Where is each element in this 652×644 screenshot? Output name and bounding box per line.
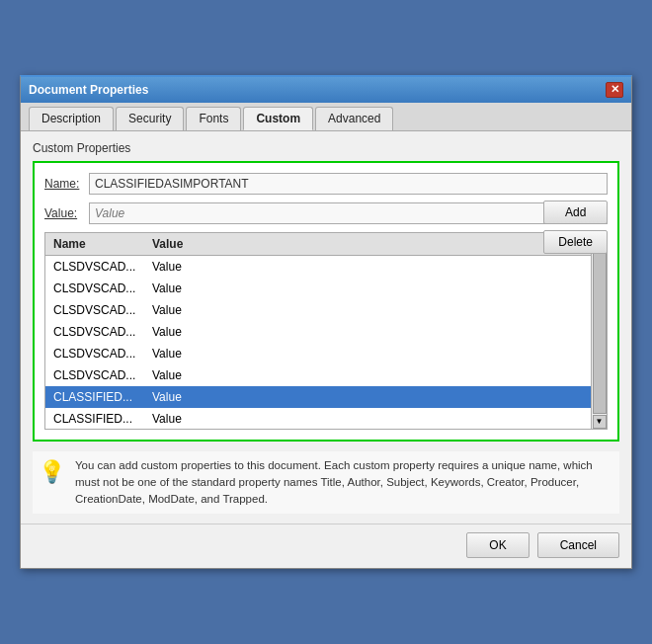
tab-advanced[interactable]: Advanced	[315, 107, 393, 130]
ok-button[interactable]: OK	[466, 532, 529, 558]
section-title: Custom Properties	[33, 141, 619, 155]
name-input[interactable]	[89, 173, 608, 195]
delete-button[interactable]: Delete	[543, 230, 608, 254]
cancel-button[interactable]: Cancel	[537, 532, 619, 558]
close-button[interactable]: ✕	[606, 82, 623, 98]
cell-name: CLSDVSCAD...	[45, 345, 144, 362]
name-field-row: Name:	[44, 173, 608, 195]
value-field-row: Value:	[44, 202, 608, 224]
scrollbar[interactable]: ▲ ▼	[591, 233, 607, 429]
tab-security[interactable]: Security	[116, 107, 184, 130]
cell-name: CLSDVSCAD...	[45, 280, 144, 297]
dialog-title: Document Properties	[29, 83, 148, 97]
bottom-buttons: OK Cancel	[21, 523, 631, 568]
hint-text: You can add custom properties to this do…	[75, 457, 613, 509]
title-bar: Document Properties ✕	[21, 77, 631, 103]
cell-name: CLSDVSCAD...	[45, 301, 144, 319]
table-header: Name Value	[45, 233, 607, 256]
cell-value: Value	[144, 301, 243, 319]
action-buttons: Add Delete	[543, 201, 608, 254]
table-body: CLSDVSCAD... Value CLSDVSCAD... Value CL…	[45, 256, 607, 424]
cell-value: Value	[144, 366, 243, 384]
table-row[interactable]: CLSDVSCAD... Value	[45, 321, 607, 343]
table-row[interactable]: CLSDVSCAD... Value	[45, 343, 607, 364]
cell-name: CLASSIFIED...	[45, 410, 144, 424]
table-row[interactable]: CLSDVSCAD... Value	[45, 256, 607, 278]
document-properties-dialog: Document Properties ✕ Description Securi…	[20, 75, 632, 570]
properties-table: Name Value CLSDVSCAD... Value CLSDVSCAD.…	[44, 232, 608, 430]
tab-bar: Description Security Fonts Custom Advanc…	[21, 103, 631, 131]
scroll-thumb[interactable]	[593, 248, 607, 414]
add-button[interactable]: Add	[543, 201, 608, 224]
cell-value: Value	[144, 258, 243, 276]
table-row[interactable]: CLSDVSCAD... Value	[45, 299, 607, 321]
tab-custom[interactable]: Custom	[243, 107, 313, 130]
cell-value: Value	[144, 345, 243, 362]
cell-value: Value	[144, 280, 243, 297]
scroll-down-button[interactable]: ▼	[593, 415, 607, 429]
value-input[interactable]	[89, 202, 608, 224]
hint-box: 💡 You can add custom properties to this …	[33, 451, 619, 515]
table-row[interactable]: CLASSIFIED... Value	[45, 408, 607, 424]
lightbulb-icon: 💡	[39, 459, 65, 485]
col-value-header: Value	[144, 235, 243, 253]
tab-description[interactable]: Description	[29, 107, 114, 130]
table-row-selected[interactable]: CLASSIFIED... Value	[45, 386, 607, 408]
cell-value: Value	[144, 410, 243, 424]
cell-name: CLSDVSCAD...	[45, 323, 144, 341]
cell-value: Value	[144, 388, 243, 406]
cell-name: CLASSIFIED...	[45, 388, 144, 406]
custom-props-box: Name: Value: Name Value CLSDV	[33, 161, 619, 442]
table-row[interactable]: CLSDVSCAD... Value	[45, 278, 607, 299]
cell-name: CLSDVSCAD...	[45, 366, 144, 384]
value-label: Value:	[44, 206, 89, 220]
cell-name: CLSDVSCAD...	[45, 258, 144, 276]
dialog-body: Custom Properties Name: Value: Name	[21, 131, 631, 524]
name-label: Name:	[44, 177, 89, 191]
custom-props-section: Name: Value: Name Value CLSDV	[33, 161, 619, 442]
table-row[interactable]: CLSDVSCAD... Value	[45, 364, 607, 386]
cell-value: Value	[144, 323, 243, 341]
tab-fonts[interactable]: Fonts	[186, 107, 241, 130]
col-name-header: Name	[45, 235, 144, 253]
